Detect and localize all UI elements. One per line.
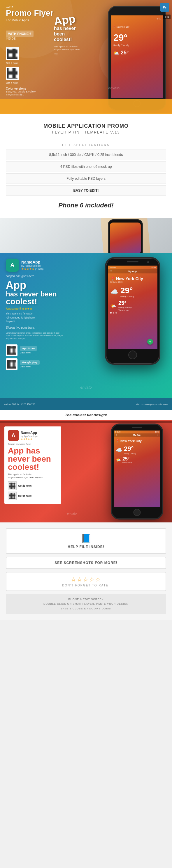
phone-speaker [127,261,139,262]
red-home-btn[interactable] [133,509,141,516]
slogan-one: Slogan one goes here. [6,275,64,278]
envato-watermark-1: envato [108,86,120,90]
slogan-two: Slogan two goes here. [6,326,64,329]
lorem-text: Lorem ipsum dolor sit amet, consectetur … [6,332,64,340]
get-now-2: Get it now! [6,82,19,84]
qr-appstore-img [6,344,18,356]
tomorrow-row-top: ⛅ 25° [114,50,161,56]
by-dev: by AppDeveloper [21,265,44,267]
pin-icon: 📍 [110,276,115,281]
phone-camera [147,261,149,263]
red-desc: This app is so fantastic.All you need is… [8,473,58,479]
red-nav-title: My App [133,434,141,436]
appstore-btn[interactable]: App Store [20,346,37,351]
appstore-label: App Store Get it now! [20,346,37,354]
app-big-headline-2: has never been [6,290,64,298]
ips-mark: IPs [163,14,171,19]
red-phone-area: 9:41 AM 100% ☰ My App ⋮ 📍 New York City [111,424,166,522]
help-box: 📘 HELP FILE INSIDE! [6,528,166,554]
bottom-instructions: PHONE 6 EDIT SCREEN DOUBLE CLICK ON SMAR… [6,594,166,614]
phone-time-top: 9:41 [114,18,161,20]
red-temp: 29° [124,445,136,453]
red-sun-icon: 🌤️ [116,458,121,462]
section-help: 📘 HELP FILE INSIDE! SEE SCREENSHOTS FOR … [0,522,172,620]
phone-mini-screen [110,222,141,253]
red-temp2: 25° [122,456,132,462]
phone-screen-main: 9:41 AM 100% ☰ My App ⋮ 📍 New York City … [108,266,157,349]
red-qr-pattern-2 [9,493,16,499]
location-icon: 📍 [114,26,116,28]
google-btn[interactable]: Google play [20,360,40,365]
phone6-inside: INSIDE [6,37,58,40]
weather-desc-main: Partly Cloudy [120,295,134,298]
red-weather-desc: Partly Cloudy [124,453,136,455]
white-card: A NameApp by AppDeveloper ★★★★★ Slogan o… [4,427,61,504]
footer-website: visit us: www.yourwebsite.com [136,403,168,405]
app-icon: A [6,258,19,272]
red-menu-icon[interactable]: ☰ [116,434,117,436]
red-headline: App has never been coolest! [8,447,58,471]
red-by-dev: by AppDeveloper [21,435,39,437]
app-small-desc: This app is so fantastic.All you need is… [54,45,98,51]
coolest-text: The coolest flat design! [65,413,107,417]
phone-home-btn[interactable] [128,350,137,359]
red-tomorrow: 🌤️ 25° Partly Sunny [116,456,158,463]
help-label: HELP FILE INSIDE! [11,545,161,549]
get-now-google: Get it now! [20,365,40,368]
color-variants: Blue, red, purple & yellow [6,90,35,93]
tomorrow-label: Tomorrow [118,309,131,312]
phone-content: 📍 New York City 12 June 2015 ☁️ 29° Part… [108,273,157,319]
red-strip-top [0,421,172,423]
promo-subtitle: For Mobile Apps [6,18,58,22]
red-qr-pattern-1 [9,483,16,489]
menu-icon[interactable]: ☰ [110,270,112,273]
app-name-col: NameApp by AppDeveloper ★★★★★ (1,618) [21,260,44,271]
nyc-date: 12 June 2015 [110,281,155,283]
red-phone-body: 9:41 AM 100% ☰ My App ⋮ 📍 New York City [111,424,163,520]
red-phone-speaker [132,427,142,428]
blue-footer: call us 24/7 for: +123 456 789 visit us:… [0,398,172,410]
envato-watermark-3: envato [67,512,77,515]
weather-row-main: ☁️ 29° Partly Cloudy [110,286,155,298]
red-qr-2: Get it now! [8,492,58,500]
red-banner: A NameApp by AppDeveloper ★★★★★ Slogan o… [0,421,172,522]
weather-icon-tomorrow: 🌤️ [110,303,116,309]
weather-icon-top: ⛅ [114,50,119,56]
blue-left-content: A NameApp by AppDeveloper ★★★★★ (1,618) … [6,258,64,372]
qr-item-appstore: App Store Get it now! [6,344,64,356]
phone-status-bar: 9:41 AM 100% [108,266,157,269]
help-icon: 📘 [11,533,161,544]
nyc-label: 📍 New York City [110,276,155,281]
qr-googleplay-code [7,68,18,79]
spec-row-1: 8,5x11 inch / 300 dpi / CMYK / 0.25 inch… [6,150,166,160]
red-app-name: NameApp [21,431,39,435]
nav-dots [110,312,155,314]
rate-stars[interactable]: ☆☆☆☆☆ [10,576,162,583]
phone-mini [108,219,143,253]
quote-mark: " [54,53,98,61]
tomorrow-group: 25° Partly Sunny Tomorrow [118,300,131,312]
red-stars: ★★★★★ [21,437,39,440]
envato-watermark-2: envato [80,385,92,390]
promo-subheading: FLYER PRINT TEMPLATE v.13 [6,130,166,134]
red-search-icon[interactable]: ⋮ [156,434,158,436]
section-red: The coolest flat design! A NameApp by Ap… [0,410,172,522]
qr-item-google: Google play Get it now! [6,359,64,370]
top-banner: Ps IPs vol.13 Promo Flyer For Mobile App… [0,0,172,114]
red-get-now-1: Get it now! [18,484,32,487]
promo-title: Promo Flyer [6,9,58,18]
elegant-label: Elegant design. [6,93,35,96]
awesome-stars: Awesome!!! ★★★★ [6,307,64,310]
rate-label: DON'T FORGET TO RATE! [10,584,162,587]
temp-group: 29° Partly Cloudy [120,286,134,298]
get-now-appstore: Get it now! [20,351,37,354]
red-app-icon-row: A NameApp by AppDeveloper ★★★★★ [8,430,58,441]
fab-button[interactable]: + [147,339,153,345]
hand-area-top [0,218,172,253]
instruction-1: PHONE 6 EDIT SCREEN [10,597,162,601]
red-sunny: Partly Sunny [122,462,132,463]
red-app-icon: A [8,430,19,441]
qr-appstore-code [7,49,18,59]
phone-nav-title: My App [128,270,137,273]
search-icon-phone[interactable]: ⋮ [153,270,155,273]
